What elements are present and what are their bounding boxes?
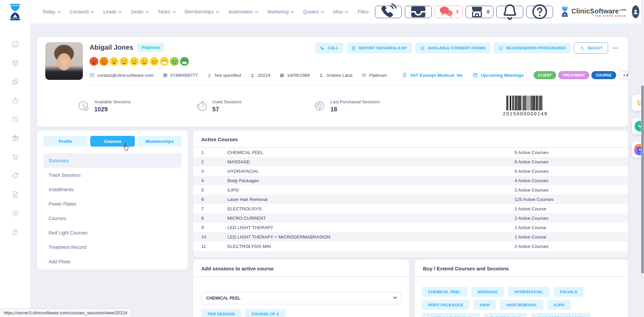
buy-course-button[interactable]: ILIPO — [547, 300, 571, 310]
history-icon[interactable] — [11, 115, 19, 123]
buy-course-button[interactable]: FACIALS — [554, 287, 584, 297]
buy-course-button[interactable]: BODY PACKAGES — [422, 300, 469, 310]
duplicate-icon[interactable] — [11, 78, 19, 86]
basket-icon[interactable] — [11, 97, 19, 104]
buy-course-button[interactable]: CHEMICAL PEEL — [422, 287, 467, 297]
topbar-actions: 3 0 ClinicSoftware.com TEN STEPS AHEAD — [368, 5, 639, 18]
nav-deals[interactable]: Deals — [131, 9, 149, 14]
client-label[interactable]: CLIENT — [534, 71, 556, 79]
nav-item-label: Contacts — [70, 9, 89, 14]
mood-face[interactable] — [170, 57, 179, 66]
menu-summary[interactable]: Summary — [43, 153, 182, 168]
package-icon[interactable] — [11, 59, 19, 67]
upcoming-meetings-link[interactable]: 12Upcoming Meetings — [473, 72, 524, 78]
table-row[interactable]: 7 ELECTROLISYS 1 Active Course — [193, 204, 628, 213]
link-icon — [402, 72, 407, 78]
mood-face[interactable] — [90, 57, 98, 66]
mood-face[interactable] — [160, 57, 169, 66]
buy-course-button[interactable]: HYDRAFACIAL — [508, 287, 550, 297]
table-row[interactable]: 6 Laser Hair Removal 125 Active Courses — [193, 195, 628, 204]
session-type-button[interactable]: PER SESSION — [201, 309, 241, 317]
mood-face[interactable] — [110, 57, 118, 66]
client-barcode: 2015000000149 — [503, 96, 548, 116]
table-row[interactable]: 4 Body Packages 4 Active Courses — [193, 176, 628, 185]
add-label-button[interactable]: + Add Label — [619, 71, 628, 79]
chat-button[interactable]: 3 — [435, 6, 463, 18]
table-row[interactable]: 1 CHEMICAL PEEL 5 Active Courses — [193, 148, 628, 157]
more-options-button[interactable]: ••• — [611, 46, 620, 51]
stat-label: Used Sessions — [212, 99, 241, 104]
mood-face[interactable] — [100, 57, 108, 66]
nav-quotes[interactable]: Quotes — [303, 9, 324, 14]
buy-course-button[interactable]: ELECTROLISYS — [484, 313, 528, 317]
lock-icon[interactable] — [11, 228, 19, 236]
nav-contacts[interactable]: Contacts — [70, 9, 94, 14]
nav-tasks[interactable]: Tasks — [158, 9, 176, 14]
contact-row: contact@clinicsoftware.com07490009777Not… — [90, 71, 620, 79]
nav-automation[interactable]: Automation — [228, 9, 258, 14]
call-button[interactable]: CALL — [315, 43, 343, 53]
price-tag-icon[interactable] — [11, 172, 19, 179]
buy-course-button[interactable]: HAIR REMOVAL — [500, 300, 544, 310]
help-button[interactable] — [526, 6, 553, 18]
nav-marketing[interactable]: Marketing — [267, 9, 294, 14]
menu-treatment-record[interactable]: Treatment Record — [43, 240, 182, 254]
tab-courses[interactable]: Courses — [90, 136, 135, 147]
session-type-button[interactable]: COURSE OF 6 — [245, 309, 285, 317]
consent-forms-button[interactable]: AVAILABLE CONSENT FORMS — [415, 43, 490, 53]
client-photo[interactable] — [45, 42, 83, 80]
pos-button[interactable]: 0 — [466, 6, 493, 18]
table-row[interactable]: 8 MICRO CURRENT 2 Active Courses — [193, 213, 628, 223]
menu-power-plates[interactable]: Power Plates — [43, 197, 182, 211]
client-label[interactable]: TREATMENT — [558, 71, 590, 79]
table-row[interactable]: 11 ELECTROLYSIS MIN 2 Active Courses — [193, 242, 628, 251]
table-row[interactable]: 9 LED LIGHT THERAPY 1 Active Course — [193, 223, 628, 232]
mood-face[interactable] — [140, 57, 149, 66]
menu-installments[interactable]: Installments — [43, 182, 182, 197]
mood-face[interactable] — [150, 57, 159, 66]
report-icon[interactable] — [11, 191, 19, 198]
inbox-button[interactable] — [405, 6, 432, 18]
course-select[interactable]: CHEMICAL PEEL — [201, 292, 401, 304]
select-button[interactable]: SELECT — [574, 42, 608, 54]
client-label[interactable]: COURSE — [591, 71, 616, 79]
menu-courses[interactable]: Courses — [43, 211, 182, 225]
mood-face[interactable] — [130, 57, 139, 66]
cart-icon[interactable] — [11, 153, 19, 161]
app-logo[interactable] — [8, 3, 22, 21]
nav-memberships[interactable]: Memberships — [185, 9, 219, 14]
user-avatar[interactable] — [632, 5, 639, 18]
vat-exempt-link[interactable]: VAT Exempt Medical: No — [402, 72, 463, 78]
buy-course-button[interactable]: MICRODERMABRASION — [531, 313, 591, 317]
table-row[interactable]: 2 MASSAGE 6 Active Courses — [193, 157, 628, 166]
report-referrals-button[interactable]: REPORT REFERRALS BY — [346, 43, 412, 53]
tab-profile[interactable]: Profile — [43, 136, 88, 147]
scrollbar-track[interactable] — [641, 0, 644, 317]
scrollbar-thumb[interactable] — [641, 86, 644, 273]
nav-files[interactable]: Files — [358, 9, 368, 14]
rejuvenation-procedures-button[interactable]: REJUVENATION PROCEDURES — [494, 43, 571, 53]
mood-face[interactable] — [120, 57, 128, 66]
search-icon[interactable] — [368, 8, 369, 16]
menu-red-light-courses[interactable]: Red Light Courses — [43, 225, 182, 240]
table-row[interactable]: 3 HYDRAFACIAL 5 Active Courses — [193, 166, 628, 176]
nav-today[interactable]: Today — [42, 9, 61, 14]
buy-course-button[interactable]: LASER HAIR REMOVAL — [422, 313, 480, 317]
account-privacy-icon[interactable] — [11, 209, 19, 217]
table-row[interactable]: 5 iLIPO 2 Active Courses — [193, 185, 628, 195]
nav-leads[interactable]: Leads — [103, 9, 122, 14]
notifications-button[interactable] — [496, 6, 523, 18]
menu-add-photo[interactable]: Add Photo — [43, 254, 182, 269]
nav-misc[interactable]: Misc — [333, 9, 348, 14]
course-name: ELECTROLYSIS MIN — [227, 244, 515, 249]
mood-face[interactable] — [180, 57, 189, 66]
course-count: 4 Active Courses — [515, 178, 620, 183]
dialer-button[interactable] — [375, 6, 402, 18]
tab-memberships[interactable]: Memberships — [138, 136, 182, 147]
buy-course-button[interactable]: HAIR — [473, 300, 496, 310]
buy-course-button[interactable]: MASSAGE — [471, 287, 504, 297]
calendar-icon[interactable]: 12 — [11, 40, 19, 48]
gift-icon[interactable] — [11, 134, 19, 142]
table-row[interactable]: 10 LED LIGHT THERAPY + MICRODERMABRASION… — [193, 232, 628, 242]
menu-track-sessions[interactable]: Track Sessions — [43, 168, 182, 182]
